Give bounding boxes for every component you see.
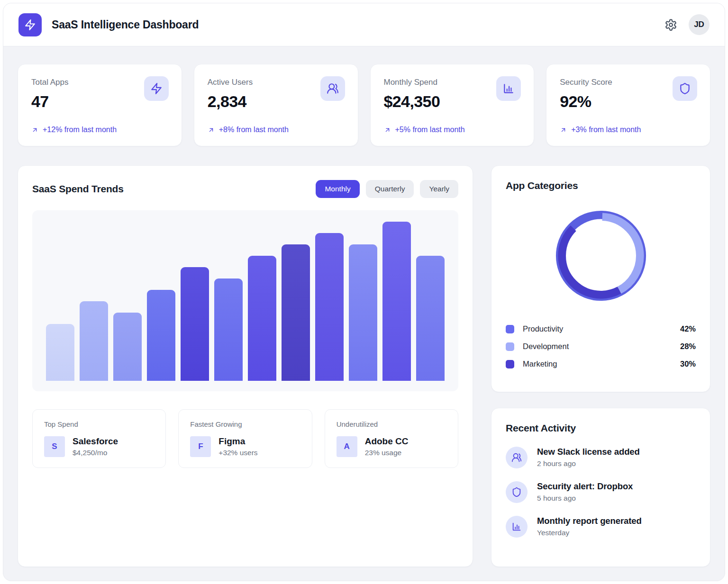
legend-row: Productivity42% [506,320,696,338]
highlight-text: Figma+32% users [218,436,257,457]
app-header: SaaS Intelligence Dashboard JD [3,3,725,46]
stat-trend-text: +5% from last month [395,126,465,134]
arrow-up-right-icon [31,126,38,134]
header-actions: JD [664,14,710,35]
spend-trends-panel: SaaS Spend Trends MonthlyQuarterlyYearly… [18,165,473,567]
bar-chart-icon [511,521,522,532]
highlight-body: FFigma+32% users [190,436,300,457]
chart-bar [416,256,445,381]
app-initial-badge: A [337,436,357,457]
stat-trend: +12% from last month [31,126,117,134]
app-detail: 23% usage [365,449,409,457]
app-initial-badge: S [44,436,65,457]
activity-text: Monthly report generatedYesterday [537,516,642,537]
recent-activity-title: Recent Activity [506,422,696,434]
highlight-body: SSalesforce$4,250/mo [44,436,154,457]
stat-trend-text: +8% from last month [219,126,289,134]
stats-row: Total Apps47+12% from last monthActive U… [18,64,710,146]
bar-chart-icon [502,82,515,95]
activity-icon-chip [506,447,528,468]
spend-trends-bar-chart [32,210,458,391]
activity-title: New Slack license added [537,447,640,457]
stat-card: Monthly Spend$24,350+5% from last month [370,64,535,146]
chart-bar [248,256,276,381]
app-categories-panel: App Categories Productivity42%Developmen… [491,165,710,392]
stat-card: Total Apps47+12% from last month [18,64,182,146]
stat-card: Active Users2,834+8% from last month [194,64,358,146]
chart-bar [349,244,377,381]
activity-time: Yesterday [537,529,642,537]
arrow-up-right-icon [384,126,391,134]
period-toggle-quarterly[interactable]: Quarterly [366,180,414,198]
right-column: App Categories Productivity42%Developmen… [491,165,710,567]
gear-icon [664,18,677,31]
recent-activity-panel: Recent Activity New Slack license added2… [491,408,710,567]
page-title: SaaS Intelligence Dashboard [52,18,199,31]
chart-bar [147,290,175,381]
app-name: Adobe CC [365,436,409,447]
arrow-up-right-icon [208,126,215,134]
stat-trend-text: +12% from last month [43,126,117,134]
activity-icon-chip [506,516,528,538]
legend-swatch [506,342,514,351]
legend-swatch [506,360,514,368]
chart-bar [315,233,344,381]
highlight-label: Top Spend [44,420,154,428]
dashboard-content: Total Apps47+12% from last monthActive U… [3,46,725,580]
activity-time: 5 hours ago [537,494,633,503]
activity-item: Security alert: Dropbox5 hours ago [506,481,696,503]
highlight-card: UnderutilizedAAdobe CC23% usage [325,409,458,468]
activity-icon-chip [506,481,528,503]
spend-trends-title: SaaS Spend Trends [32,183,124,195]
app-name: Figma [218,436,257,447]
highlight-text: Salesforce$4,250/mo [73,436,118,457]
donut-svg [555,209,647,302]
spend-trends-header: SaaS Spend Trends MonthlyQuarterlyYearly [32,180,458,198]
app-detail: +32% users [218,449,257,457]
highlight-text: Adobe CC23% usage [365,436,409,457]
chart-bar [113,313,142,381]
chart-bar [214,279,243,381]
activity-text: Security alert: Dropbox5 hours ago [537,481,633,503]
stat-trend-text: +3% from last month [571,126,641,134]
highlight-card: Top SpendSSalesforce$4,250/mo [32,409,166,468]
activity-title: Security alert: Dropbox [537,481,633,492]
highlight-body: AAdobe CC23% usage [337,436,446,457]
legend-percent: 28% [680,342,696,351]
legend-label: Productivity [523,324,563,333]
stat-card: Security Score92%+3% from last month [546,64,710,146]
activity-item: Monthly report generatedYesterday [506,516,696,538]
app-name: Salesforce [73,436,118,447]
highlight-label: Underutilized [337,420,446,428]
app-categories-title: App Categories [506,180,696,191]
period-toggle-group: MonthlyQuarterlyYearly [316,180,458,198]
settings-button[interactable] [664,18,677,31]
app-detail: $4,250/mo [73,449,118,457]
chart-bar [181,267,209,381]
zap-icon [24,19,36,31]
stat-trend: +3% from last month [560,126,641,134]
legend-percent: 30% [680,359,696,368]
activity-time: 2 hours ago [537,459,640,468]
stat-icon-chip [144,76,169,101]
shield-icon [511,487,522,497]
highlight-card: Fastest GrowingFFigma+32% users [178,409,312,468]
legend-percent: 42% [680,324,696,333]
chart-bar [282,244,310,381]
legend-label: Marketing [523,359,557,368]
stat-icon-chip [673,76,697,101]
period-toggle-monthly[interactable]: Monthly [316,180,359,198]
legend-swatch [506,325,514,333]
users-icon [511,452,522,463]
highlight-label: Fastest Growing [190,420,300,428]
stat-trend: +8% from last month [208,126,289,134]
chart-bar [382,222,411,381]
activity-item: New Slack license added2 hours ago [506,447,696,468]
category-legend: Productivity42%Development28%Marketing30… [506,320,696,373]
chart-bar [46,324,74,381]
avatar[interactable]: JD [689,14,710,35]
main-grid: SaaS Spend Trends MonthlyQuarterlyYearly… [18,165,710,567]
period-toggle-yearly[interactable]: Yearly [420,180,458,198]
activity-text: New Slack license added2 hours ago [537,447,640,468]
chart-bar [80,301,108,381]
